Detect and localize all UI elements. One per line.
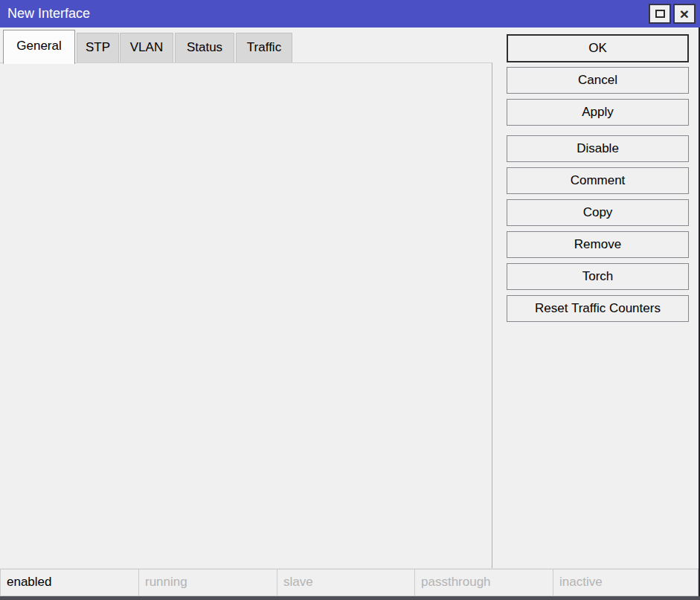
torch-button[interactable]: Torch — [507, 263, 689, 290]
tab-stp-label: STP — [86, 40, 110, 54]
window-bottom-edge — [0, 596, 700, 600]
cancel-button-label: Cancel — [578, 73, 617, 87]
reset-traffic-counters-button-label: Reset Traffic Counters — [535, 301, 661, 315]
close-button[interactable]: × — [673, 4, 696, 24]
tab-stp[interactable]: STP — [77, 33, 119, 63]
maximize-button[interactable] — [649, 4, 671, 24]
remove-button[interactable]: Remove — [507, 231, 689, 258]
reset-traffic-counters-button[interactable]: Reset Traffic Counters — [507, 295, 689, 322]
cancel-button[interactable]: Cancel — [507, 67, 689, 94]
tab-vlan[interactable]: VLAN — [120, 33, 173, 63]
status-inactive-label: inactive — [559, 575, 603, 589]
status-running: running — [138, 569, 277, 596]
general-tab-panel — [0, 62, 492, 568]
ok-button-label: OK — [588, 41, 607, 55]
disable-button[interactable]: Disable — [507, 135, 689, 162]
apply-button[interactable]: Apply — [507, 99, 689, 126]
disable-button-label: Disable — [577, 141, 619, 155]
close-icon: × — [680, 6, 689, 22]
tab-general[interactable]: General — [3, 30, 75, 64]
window-title: New Interface — [7, 6, 90, 21]
status-passthrough-label: passthrough — [421, 575, 491, 589]
tab-traffic[interactable]: Traffic — [236, 33, 292, 63]
status-enabled-label: enabled — [7, 575, 52, 589]
apply-button-label: Apply — [582, 105, 614, 119]
status-slave: slave — [277, 569, 415, 596]
copy-button-label: Copy — [583, 205, 613, 219]
status-slave-label: slave — [283, 575, 313, 589]
tab-traffic-label: Traffic — [247, 40, 281, 54]
ok-button[interactable]: OK — [507, 34, 689, 62]
new-interface-dialog: New Interface × General STP VLAN Status … — [0, 0, 700, 600]
tab-vlan-label: VLAN — [130, 40, 163, 54]
remove-button-label: Remove — [574, 237, 621, 251]
comment-button[interactable]: Comment — [507, 167, 689, 194]
copy-button[interactable]: Copy — [507, 199, 689, 226]
titlebar: New Interface — [0, 0, 700, 28]
maximize-icon — [655, 10, 665, 18]
status-inactive: inactive — [553, 569, 699, 596]
tab-general-label: General — [16, 39, 61, 53]
status-running-label: running — [145, 575, 187, 589]
status-enabled: enabled — [0, 569, 139, 596]
status-bar: enabled running slave passthrough inacti… — [0, 568, 699, 596]
status-passthrough: passthrough — [414, 569, 553, 596]
comment-button-label: Comment — [571, 173, 626, 187]
tab-status[interactable]: Status — [175, 33, 234, 63]
torch-button-label: Torch — [582, 269, 614, 283]
tab-status-label: Status — [187, 40, 222, 54]
